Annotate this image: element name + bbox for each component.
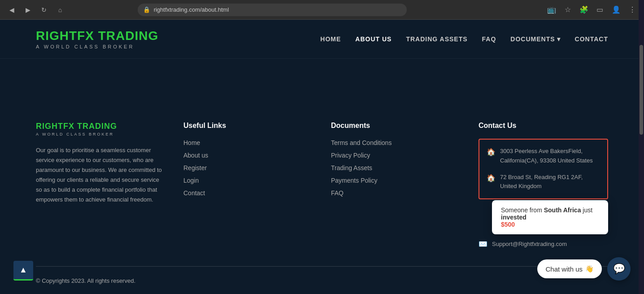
browser-actions: 📺 ☆ 🧩 ▭ 👤 ⋮	[545, 4, 639, 16]
popup-amount: $500	[501, 221, 515, 228]
back-button[interactable]: ◀	[5, 4, 18, 16]
list-item: Terms and Conditions	[331, 139, 461, 147]
dropdown-arrow-icon: ▾	[557, 35, 561, 43]
cast-icon[interactable]: 📺	[545, 4, 558, 16]
chat-text: Chat with us	[545, 265, 583, 273]
link-terms[interactable]: Terms and Conditions	[331, 139, 392, 146]
chat-button[interactable]: 💬	[607, 257, 631, 281]
hero-spacer	[0, 59, 644, 95]
link-register[interactable]: Register	[183, 164, 207, 171]
documents-title: Documents	[331, 122, 461, 130]
list-item: FAQ	[331, 189, 461, 197]
useful-links-list: Home About us Register Login Contact	[183, 139, 313, 197]
link-trading-assets[interactable]: Trading Assets	[331, 164, 372, 171]
list-item: Privacy Policy	[331, 151, 461, 159]
footer-documents-col: Documents Terms and Conditions Privacy P…	[331, 122, 461, 248]
profile-icon[interactable]: 👤	[610, 4, 622, 16]
nav-home[interactable]: HOME	[320, 35, 341, 43]
link-privacy[interactable]: Privacy Policy	[331, 152, 370, 159]
home-icon: 🏠	[487, 148, 496, 156]
nav-about[interactable]: ABOUT US	[355, 35, 392, 43]
chat-widget: Chat with us 👋 💬	[537, 257, 631, 281]
footer-grid: RIGHTFX TRADING A WORLD CLASS BROKER Our…	[36, 122, 608, 248]
scroll-top-button[interactable]: ▲	[13, 261, 33, 281]
bookmark-icon[interactable]: ☆	[561, 4, 574, 16]
link-contact[interactable]: Contact	[183, 189, 205, 197]
link-faq[interactable]: FAQ	[331, 189, 344, 197]
contact-address2: 72 Broad St, Reading RG1 2AF, United Kin…	[500, 173, 600, 192]
link-login[interactable]: Login	[183, 177, 199, 184]
menu-icon[interactable]: ⋮	[626, 4, 639, 16]
arrow-up-icon: ▲	[19, 265, 27, 275]
footer-description: Our goal is to prioritise a seamless cus…	[36, 145, 165, 205]
list-item: Register	[183, 164, 313, 172]
footer-logo-title: RIGHTFX TRADING	[36, 122, 165, 131]
site-wrapper: RIGHTFX TRADING A WORLD CLASS BROKER HOM…	[0, 20, 644, 294]
nav-contact[interactable]: CONTACT	[575, 35, 608, 43]
site-header: RIGHTFX TRADING A WORLD CLASS BROKER HOM…	[0, 20, 644, 59]
contact-address1-item: 🏠 3003 Peerless Ave BakersField, Califor…	[487, 147, 600, 166]
useful-links-title: Useful Links	[183, 122, 313, 130]
url-text: rightfxtrading.com/about.html	[154, 6, 229, 13]
popup-action: invested	[501, 214, 527, 221]
logo-title: RIGHTFX TRADING	[36, 29, 158, 43]
footer-contact-col: Contact Us 🏠 3003 Peerless Ave BakersFie…	[479, 122, 608, 248]
nav-trading[interactable]: TRADING ASSETS	[406, 35, 467, 43]
popup-prefix: Someone from	[501, 206, 544, 214]
forward-button[interactable]: ▶	[22, 4, 34, 16]
contact-address2-item: 🏠 72 Broad St, Reading RG1 2AF, United K…	[487, 173, 600, 192]
extension-icon[interactable]: 🧩	[578, 4, 590, 16]
wave-emoji-icon: 👋	[585, 265, 594, 273]
list-item: Trading Assets	[331, 164, 461, 172]
link-home[interactable]: Home	[183, 139, 200, 146]
browser-chrome: ◀ ▶ ↻ ⌂ 🔒 rightfxtrading.com/about.html …	[0, 0, 644, 20]
page-scrollbar[interactable]	[639, 0, 644, 294]
footer-logo-sub: A WORLD CLASS BROKER	[36, 132, 165, 136]
popup-country: South Africa	[544, 206, 581, 214]
email-icon: ✉️	[479, 240, 487, 248]
contact-address1: 3003 Peerless Ave BakersField, Californi…	[500, 147, 600, 166]
list-item: About us	[183, 151, 313, 159]
list-item: Login	[183, 176, 313, 184]
main-nav: HOME ABOUT US TRADING ASSETS FAQ DOCUMEN…	[320, 35, 608, 43]
investment-popup: Someone from South Africa just invested …	[492, 200, 608, 234]
contact-email-item: ✉️ Support@Rightfxtrading.com	[479, 240, 608, 248]
home-button[interactable]: ⌂	[54, 4, 66, 16]
footer-bottom: © Copyrights 2023. All rights reserved.	[36, 266, 608, 284]
link-about[interactable]: About us	[183, 152, 208, 159]
nav-faq[interactable]: FAQ	[482, 35, 496, 43]
scrollbar-thumb[interactable]	[640, 45, 643, 135]
logo-area: RIGHTFX TRADING A WORLD CLASS BROKER	[36, 29, 158, 49]
documents-list: Terms and Conditions Privacy Policy Trad…	[331, 139, 461, 197]
reload-button[interactable]: ↻	[38, 4, 50, 16]
popup-middle: just	[581, 206, 592, 214]
footer-useful-links-col: Useful Links Home About us Register Logi…	[183, 122, 313, 248]
chat-bubble-icon: 💬	[613, 263, 625, 275]
list-item: Contact	[183, 189, 313, 197]
list-item: Payments Policy	[331, 176, 461, 184]
link-payments[interactable]: Payments Policy	[331, 177, 377, 184]
nav-documents[interactable]: DOCUMENTS ▾	[510, 35, 560, 43]
security-icon: 🔒	[143, 6, 150, 13]
logo-subtitle: A WORLD CLASS BROKER	[36, 44, 158, 49]
contact-box: 🏠 3003 Peerless Ave BakersField, Califor…	[479, 139, 608, 199]
home-icon-2: 🏠	[487, 174, 496, 182]
list-item: Home	[183, 139, 313, 147]
copyright-text: © Copyrights 2023. All rights reserved.	[36, 277, 135, 284]
sidebar-icon[interactable]: ▭	[594, 4, 606, 16]
contact-email-text: Support@Rightfxtrading.com	[492, 241, 567, 247]
address-bar[interactable]: 🔒 rightfxtrading.com/about.html	[138, 4, 407, 16]
footer-brand-col: RIGHTFX TRADING A WORLD CLASS BROKER Our…	[36, 122, 165, 248]
chat-label[interactable]: Chat with us 👋	[537, 259, 602, 278]
contact-title: Contact Us	[479, 122, 608, 130]
